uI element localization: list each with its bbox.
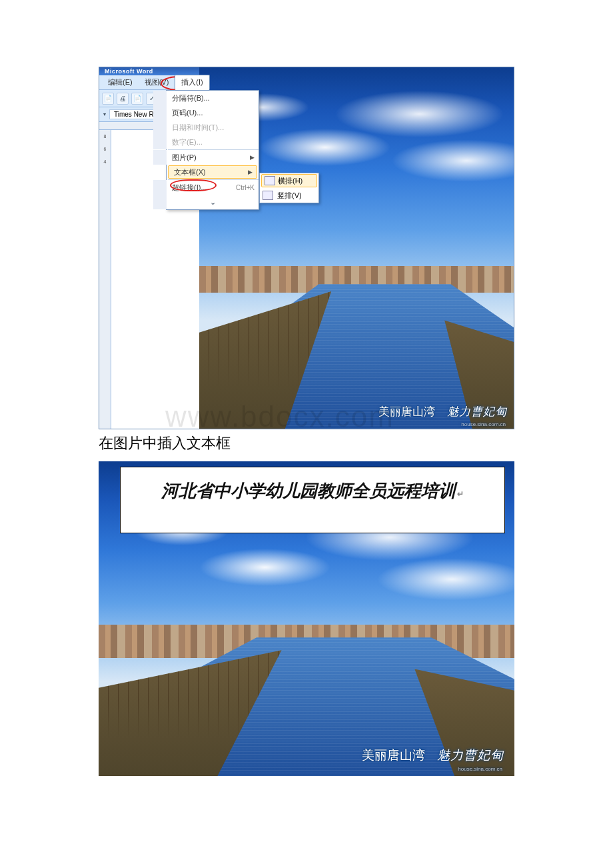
- menu-item-pagenum[interactable]: 页码(U)...: [153, 105, 259, 120]
- font-name-field[interactable]: Times New R: [109, 109, 159, 119]
- menu-edit[interactable]: 编辑(E): [102, 75, 139, 89]
- menu-insert[interactable]: 插入(I): [175, 75, 209, 90]
- menu-item-textbox[interactable]: 文本框(X) ▶: [168, 165, 257, 179]
- menu-label: 超链接(I)...: [172, 183, 207, 193]
- menu-item-datetime[interactable]: 日期和时间(T)...: [153, 120, 259, 135]
- insert-dropdown[interactable]: 分隔符(B)... 页码(U)... 日期和时间(T)... 数字(E)... …: [166, 90, 259, 210]
- word-window: Microsoft Word 编辑(E) 视图(V) 插入(I) 格式(O) 工…: [99, 67, 514, 429]
- textbox-vertical-icon: [263, 191, 273, 200]
- style-arrow-icon[interactable]: ▾: [102, 111, 107, 117]
- menu-item-break[interactable]: 分隔符(B)...: [153, 91, 259, 105]
- doc-icon[interactable]: 📄: [131, 93, 143, 105]
- figure-word-window: Microsoft Word 编辑(E) 视图(V) 插入(I) 格式(O) 工…: [99, 67, 514, 429]
- caption-right: 魅力曹妃甸: [437, 747, 504, 764]
- ruler-tick: 8: [104, 134, 107, 139]
- textbox-text: 河北省中小学幼儿园教师全员远程培训: [161, 481, 456, 501]
- chevron-down-icon: ⌄: [210, 198, 216, 207]
- caption-right: 魅力曹妃甸: [447, 404, 507, 419]
- ruler-tick: 4: [104, 159, 107, 164]
- shortcut-text: Ctrl+K: [236, 184, 255, 191]
- submenu-arrow-icon: ▶: [248, 169, 253, 175]
- figure-result-image: 美丽唐山湾 魅力曹妃甸 house.sina.com.cn 河北省中小学幼儿园教…: [99, 461, 514, 776]
- menu-label: 文本框(X): [174, 167, 206, 177]
- textbox-horizontal-icon: [265, 176, 275, 185]
- submenu-horizontal[interactable]: 横排(H): [261, 174, 317, 187]
- menu-item-hyperlink[interactable]: 超链接(I)... Ctrl+K: [153, 180, 259, 195]
- submenu-arrow-icon: ▶: [250, 154, 255, 161]
- caption-left: 美丽唐山湾: [378, 404, 435, 419]
- caption-source: house.sina.com.cn: [461, 421, 506, 427]
- menu-expand-icon[interactable]: ⌄: [153, 195, 259, 209]
- menu-view[interactable]: 视图(V): [139, 75, 175, 89]
- caption-source: house.sina.com.cn: [458, 766, 502, 772]
- image-caption: 美丽唐山湾 魅力曹妃甸 house.sina.com.cn: [378, 404, 507, 419]
- image-caption: 美丽唐山湾 魅力曹妃甸 house.sina.com.cn: [362, 747, 504, 764]
- submenu-vertical[interactable]: 竖排(V): [260, 188, 318, 203]
- menu-item-picture[interactable]: 图片(P) ▶: [153, 150, 259, 165]
- paragraph-mark-icon: ↵: [457, 489, 464, 499]
- menu-label: 图片(P): [172, 153, 197, 163]
- body-caption: 在图片中插入文本框: [99, 433, 231, 453]
- print-preview-icon[interactable]: 📄: [102, 93, 114, 105]
- ruler-tick: 6: [104, 147, 107, 151]
- textbox-content: 河北省中小学幼儿园教师全员远程培训↵: [161, 479, 464, 503]
- submenu-label: 横排(H): [278, 176, 303, 186]
- ruler-vertical: 8 6 4: [99, 130, 111, 429]
- menu-item-number[interactable]: 数字(E)...: [153, 135, 259, 149]
- caption-left: 美丽唐山湾: [362, 747, 425, 764]
- submenu-label: 竖排(V): [277, 191, 302, 201]
- textbox-submenu[interactable]: 横排(H) 竖排(V): [259, 173, 319, 203]
- print-icon[interactable]: 🖨: [117, 93, 129, 105]
- inserted-textbox[interactable]: 河北省中小学幼儿园教师全员远程培训↵: [120, 467, 505, 533]
